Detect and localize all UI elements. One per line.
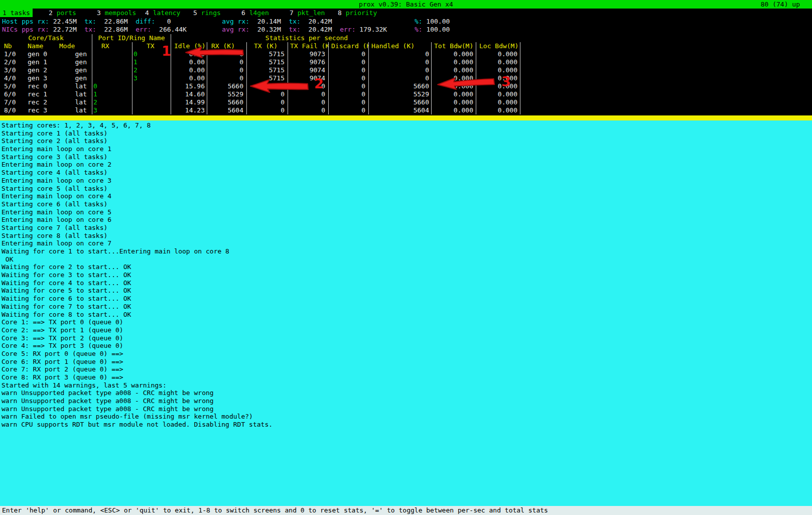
tab-latency[interactable]: 4 latency — [143, 9, 191, 17]
tab-rings[interactable]: 5 rings — [191, 9, 239, 17]
column-header: RX — [92, 42, 132, 50]
log-line: Core 5: RX port 0 (queue 0) ==> — [2, 350, 812, 358]
annotation-label-3: 3 — [501, 75, 511, 88]
stat-segment: 0 — [167, 18, 171, 25]
log-line: Waiting for core 2 to start... OK — [2, 263, 812, 271]
table-row: 3/0gen 2gen20.00057159074000.0000.000 — [0, 66, 520, 74]
group-header-statistics: Statistics per second — [132, 34, 481, 42]
cell-nb: 7/0 — [0, 98, 22, 106]
log-line: Core 7: RX port 2 (queue 0) ==> — [2, 365, 812, 373]
annotation-arrow-1-icon — [185, 46, 245, 59]
column-header: Nb — [0, 42, 22, 50]
cell-handled_k: 0 — [369, 66, 432, 74]
cell-tot_bdw_m: 0.000 — [432, 90, 476, 98]
cell-name: rec 2 — [22, 98, 58, 106]
annotation-label-2: 2 — [314, 77, 324, 90]
stat-segment: tx: — [281, 26, 309, 33]
stat-segment: %: — [387, 26, 426, 33]
stat-segment: avg rx: — [171, 18, 257, 25]
prox-terminal-screen: prox v0.39: Basic Gen x4 80 (74) up 1 ta… — [0, 0, 812, 515]
cell-rx — [92, 50, 132, 58]
cell-nb: 4/0 — [0, 74, 22, 82]
cell-tx_k: 0 — [247, 106, 288, 114]
log-line: warn Failed to open msr pseudo-file (mis… — [2, 413, 812, 421]
window-title: prox v0.39: Basic Gen x4 — [0, 0, 812, 9]
cell-rx — [92, 58, 132, 66]
cell-idle: 0.00 — [171, 66, 207, 74]
tab-pkt_len[interactable]: 7 pkt_len — [287, 9, 335, 17]
cell-mode: gen — [58, 74, 92, 82]
cell-tot_bdw_m: 0.000 — [432, 106, 476, 114]
cell-handled_k: 0 — [369, 50, 432, 58]
cell-rx_k: 5604 — [207, 106, 247, 114]
stat-segment: err: — [332, 26, 360, 33]
stat-segment: NICs pps rx: — [2, 26, 53, 33]
tab-bar: 1 tasks2 ports3 mempools4 latency5 rings… — [0, 9, 812, 17]
cell-idle: 14.99 — [171, 98, 207, 106]
cell-nb: 2/0 — [0, 58, 22, 66]
cell-loc_bdw_m: 0.000 — [476, 90, 520, 98]
tab-mempools[interactable]: 3 mempools — [94, 9, 143, 17]
annotation-label-1: 1 — [162, 44, 171, 58]
cell-mode: lat — [58, 98, 92, 106]
log-line: Waiting for core 5 to start... OK — [2, 287, 812, 295]
cell-mode: lat — [58, 90, 92, 98]
tab-tasks[interactable]: 1 tasks — [0, 9, 46, 17]
stat-segment: tx: — [281, 18, 309, 25]
cell-discard_k: 0 — [329, 58, 369, 66]
cell-idle: 14.60 — [171, 90, 207, 98]
log-line: warn Unsupported packet type a008 - CRC … — [2, 405, 812, 413]
group-header-core-task: Core/Task — [0, 34, 92, 42]
log-area: Starting cores: 1, 2, 3, 4, 5, 6, 7, 8St… — [0, 120, 812, 506]
log-line: Waiting for core 1 to start...Entering m… — [2, 247, 812, 255]
log-line: Core 1: ==> TX port 0 (queue 0) — [2, 318, 812, 326]
cell-tx — [132, 106, 171, 114]
cell-discard_k: 0 — [329, 90, 369, 98]
column-header: Discard (K) — [329, 42, 369, 50]
stat-segment: 22.86M — [104, 26, 128, 33]
tab-ports[interactable]: 2 ports — [46, 9, 94, 17]
log-line: Starting cores: 1, 2, 3, 4, 5, 6, 7, 8 — [2, 121, 812, 130]
log-line: Started with 14 warnings, last 5 warning… — [2, 381, 812, 390]
cell-rx — [92, 74, 132, 82]
cell-mode: lat — [58, 82, 92, 90]
cell-handled_k: 5604 — [369, 106, 432, 114]
cell-name: rec 0 — [22, 82, 58, 90]
stat-segment: 20.42M — [309, 18, 332, 25]
cell-tx: 3 — [132, 74, 171, 82]
cell-name: rec 3 — [22, 106, 58, 114]
log-line: Waiting for core 6 to start... OK — [2, 295, 812, 303]
cell-idle: 15.96 — [171, 82, 207, 90]
stats-table: Core/Task Port ID/Ring Name Statistics p… — [0, 34, 520, 114]
stat-segment: 20.32M — [257, 26, 281, 33]
log-line: Starting core 6 (all tasks) — [2, 200, 812, 208]
cell-loc_bdw_m: 0.000 — [476, 66, 520, 74]
tab-l4gen[interactable]: 6 l4gen — [239, 9, 287, 17]
cell-tx_fail_k: 9074 — [288, 66, 329, 74]
cell-name: gen 2 — [22, 66, 58, 74]
table-group-header-row: Core/Task Port ID/Ring Name Statistics p… — [0, 34, 520, 42]
cell-rx_k: 5660 — [207, 98, 247, 106]
log-line: OK — [2, 255, 812, 264]
column-header: Name — [22, 42, 58, 50]
log-line: Entering main loop on core 1 — [2, 145, 812, 153]
cell-tx_fail_k: 9076 — [288, 58, 329, 66]
stat-segment: 22.72M — [53, 26, 77, 33]
cell-mode: lat — [58, 106, 92, 114]
column-header: Handled (K) — [369, 42, 432, 50]
table-row: 8/0rec 3lat314.23560400056040.0000.000 — [0, 106, 520, 114]
cell-tx_fail_k: 0 — [288, 98, 329, 106]
annotation-arrow-2-icon — [249, 79, 310, 93]
cell-discard_k: 0 — [329, 50, 369, 58]
log-line: Core 6: RX port 1 (queue 0) ==> — [2, 358, 812, 366]
cell-discard_k: 0 — [329, 98, 369, 106]
stat-segment: 100.00 — [426, 18, 450, 25]
cell-loc_bdw_m: 0.000 — [476, 58, 520, 66]
cell-rx_k: 5660 — [207, 82, 247, 90]
stat-segment: %: — [332, 18, 427, 25]
log-line: Starting core 4 (all tasks) — [2, 169, 812, 177]
tab-priority[interactable]: 8 priority — [335, 9, 383, 17]
stat-segment: avg rx: — [187, 26, 257, 33]
cell-handled_k: 5529 — [369, 90, 432, 98]
cell-tot_bdw_m: 0.000 — [432, 66, 476, 74]
